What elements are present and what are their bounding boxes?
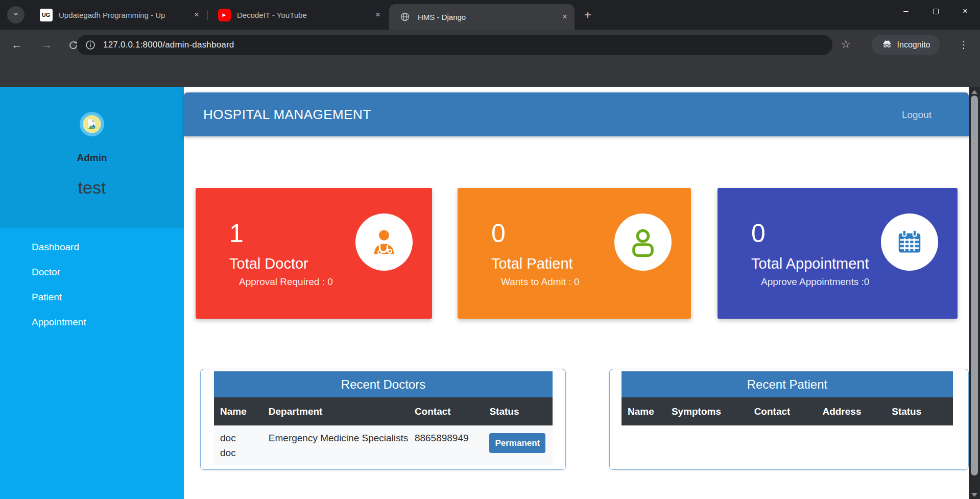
updategadh-favicon: UG: [39, 8, 53, 21]
page-title: HOSPITAL MANAGEMENT: [203, 107, 371, 123]
browser-toolbar: ← → 127.0.0.1:8000/admin-dashboard ☆ Inc…: [0, 30, 980, 60]
sidebar-item-patient[interactable]: Patient: [0, 284, 184, 310]
window-maximize-button[interactable]: [921, 0, 950, 22]
col-contact: Contact: [748, 406, 817, 417]
doctor-status-cell: Permanent: [483, 425, 553, 465]
col-contact: Contact: [409, 406, 484, 417]
col-address: Address: [816, 406, 886, 417]
appointment-card-title: Total Appointment: [751, 255, 869, 272]
incognito-label: Incognito: [897, 40, 930, 50]
doctor-icon: [355, 213, 413, 271]
total-appointment-card: 0 Total Appointment Approve Appointments…: [718, 188, 958, 319]
bookmarks-bar: All Bookmarks: [0, 60, 980, 87]
recent-doctors-title: Recent Doctors: [214, 371, 553, 397]
doctor-name-cell: doc doc: [214, 425, 262, 465]
col-department: Department: [262, 406, 409, 417]
sidebar-profile: Admin test: [0, 87, 184, 228]
tab-close-icon[interactable]: ×: [562, 12, 567, 22]
tab-youtube[interactable]: ▶ DecodeIT - YouTube ×: [208, 0, 388, 30]
patient-card-title: Total Patient: [491, 255, 573, 272]
new-tab-button[interactable]: +: [580, 8, 595, 23]
recent-patient-title: Recent Patient: [622, 371, 953, 397]
profile-username: test: [0, 178, 184, 198]
youtube-favicon: ▶: [218, 8, 231, 21]
url-text: 127.0.0.1:8000/admin-dashboard: [103, 40, 234, 50]
tab-updategadh[interactable]: UG Updategadh Programming - Up ×: [30, 0, 206, 30]
scroll-up-icon[interactable]: [971, 90, 977, 94]
recent-patient-header-row: Name Symptoms Contact Address Status: [622, 397, 953, 425]
main-content: HOSPITAL MANAGEMENT Logout 1 Total Docto…: [184, 87, 969, 499]
browser-menu-icon[interactable]: ⋮: [957, 37, 970, 53]
appointment-card-subtitle: Approve Appointments :0: [761, 276, 869, 288]
total-patient-card: 0 Total Patient Wants to Admit : 0: [458, 188, 691, 319]
sidebar-item-appointment[interactable]: Appointment: [0, 310, 184, 335]
doctor-contact-cell: 8865898949: [409, 425, 484, 465]
page-header: HOSPITAL MANAGEMENT Logout: [184, 92, 969, 136]
patient-count: 0: [491, 219, 506, 248]
window-minimize-button[interactable]: –: [891, 0, 921, 22]
doctor-department-cell: Emergency Medicine Specialists: [262, 425, 409, 465]
col-name: Name: [622, 406, 665, 417]
recent-patient-panel: Recent Patient Name Symptoms Contact Add…: [609, 369, 969, 470]
recent-doctors-panel: Recent Doctors Name Department Contact S…: [200, 369, 566, 470]
tab-title: HMS - Django: [418, 13, 466, 21]
tab-hms-django-active[interactable]: HMS - Django ×: [389, 4, 575, 30]
sidebar: Admin test Dashboard Doctor Patient Appo…: [0, 87, 184, 499]
sidebar-item-doctor[interactable]: Doctor: [0, 259, 184, 284]
incognito-badge: Incognito: [872, 35, 940, 55]
appointment-count: 0: [751, 219, 766, 248]
col-symptoms: Symptoms: [665, 406, 748, 417]
back-button[interactable]: ←: [9, 37, 25, 53]
table-row: doc doc Emergency Medicine Specialists 8…: [214, 425, 553, 465]
tab-close-icon[interactable]: ×: [194, 10, 199, 20]
page-scrollbar[interactable]: [969, 87, 980, 499]
ug-logo-icon: UG: [40, 9, 53, 21]
window-controls: – ×: [891, 0, 980, 22]
tab-title: DecodeIT - YouTube: [237, 11, 307, 19]
scroll-down-icon[interactable]: [971, 493, 977, 497]
forward-button[interactable]: →: [39, 37, 55, 53]
col-status: Status: [886, 406, 953, 417]
total-doctor-card: 1 Total Doctor Approval Required : 0: [196, 188, 432, 319]
col-status: Status: [483, 406, 553, 417]
avatar: [79, 111, 105, 137]
empty-table-body: [622, 425, 953, 467]
doctor-card-title: Total Doctor: [229, 255, 308, 272]
youtube-play-icon: ▶: [218, 9, 231, 21]
site-info-icon[interactable]: [85, 39, 96, 51]
tab-divider: [207, 10, 208, 20]
bookmark-star-icon[interactable]: ☆: [838, 37, 854, 53]
chevron-down-icon: [11, 9, 20, 20]
tab-close-icon[interactable]: ×: [375, 10, 380, 20]
calendar-icon: [881, 213, 938, 271]
tab-title: Updategadh Programming - Up: [59, 11, 165, 19]
tab-search-button[interactable]: [7, 6, 25, 23]
address-bar[interactable]: 127.0.0.1:8000/admin-dashboard: [77, 35, 832, 55]
logout-link[interactable]: Logout: [902, 109, 931, 121]
doctor-card-subtitle: Approval Required : 0: [239, 276, 333, 288]
patient-card-subtitle: Wants to Admit : 0: [501, 276, 579, 288]
tab-strip: UG Updategadh Programming - Up × ▶ Decod…: [0, 0, 980, 30]
maximize-icon: [933, 9, 939, 14]
page-viewport: Admin test Dashboard Doctor Patient Appo…: [0, 87, 980, 499]
window-close-button[interactable]: ×: [950, 0, 980, 22]
profile-role: Admin: [0, 152, 184, 163]
globe-favicon: [398, 10, 412, 23]
doctor-count: 1: [229, 219, 244, 248]
sidebar-nav: Dashboard Doctor Patient Appointment: [0, 228, 184, 335]
col-name: Name: [214, 406, 262, 417]
patient-icon: [614, 213, 672, 271]
sidebar-item-dashboard[interactable]: Dashboard: [0, 234, 184, 259]
incognito-icon: [881, 38, 893, 52]
status-badge: Permanent: [489, 433, 545, 453]
scrollbar-thumb[interactable]: [971, 96, 978, 476]
recent-doctors-header-row: Name Department Contact Status: [214, 397, 553, 425]
